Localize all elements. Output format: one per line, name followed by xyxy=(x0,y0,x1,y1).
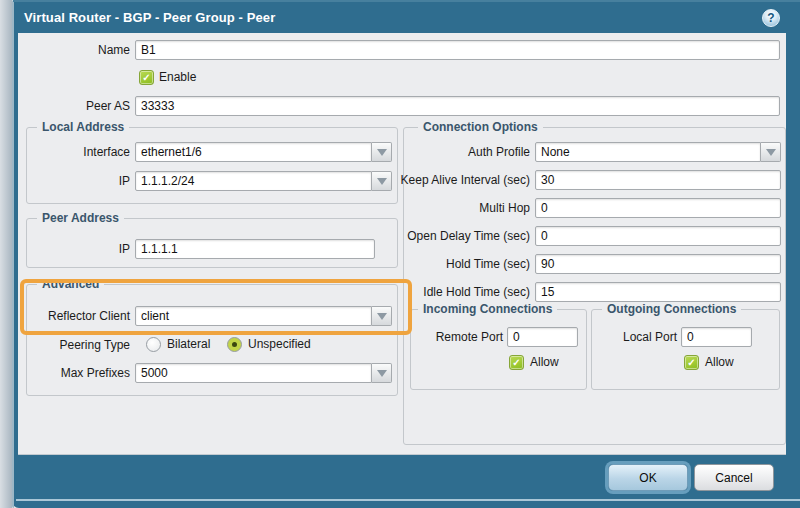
name-input[interactable] xyxy=(135,40,780,60)
dialog-title: Virtual Router - BGP - Peer Group - Peer xyxy=(24,10,275,25)
remote-port-input[interactable] xyxy=(507,327,578,347)
radio-dot-icon xyxy=(232,342,237,347)
max-prefixes-input[interactable] xyxy=(135,363,372,383)
multi-hop-input[interactable] xyxy=(535,198,781,218)
chevron-down-icon xyxy=(377,313,387,320)
remote-port-label: Remote Port xyxy=(416,327,503,347)
local-address-fieldset: Local Address xyxy=(26,127,398,204)
cancel-button[interactable]: Cancel xyxy=(694,464,774,491)
keep-alive-input[interactable] xyxy=(535,170,781,190)
auth-profile-dropdown-button[interactable] xyxy=(761,142,781,162)
bilateral-radio[interactable] xyxy=(146,337,161,352)
unspecified-label: Unspecified xyxy=(248,337,311,352)
outgoing-allow-label: Allow xyxy=(705,355,734,370)
check-icon: ✓ xyxy=(687,357,695,368)
chevron-down-icon xyxy=(766,149,776,156)
window-drop-shadow xyxy=(0,0,12,508)
hold-time-input[interactable] xyxy=(535,254,781,274)
check-icon: ✓ xyxy=(142,72,150,83)
idle-hold-label: Idle Hold Time (sec) xyxy=(300,282,530,302)
peer-as-label: Peer AS xyxy=(26,96,130,116)
auth-profile-label: Auth Profile xyxy=(300,142,530,162)
incoming-allow-label: Allow xyxy=(530,355,559,370)
max-prefixes-label: Max Prefixes xyxy=(26,363,130,383)
auth-profile-input[interactable] xyxy=(535,142,761,162)
interface-label: Interface xyxy=(26,142,130,162)
max-prefixes-dropdown-button[interactable] xyxy=(372,363,392,383)
reflector-client-dropdown[interactable] xyxy=(135,306,392,326)
local-address-legend: Local Address xyxy=(37,120,129,134)
bilateral-label: Bilateral xyxy=(167,337,210,352)
idle-hold-input[interactable] xyxy=(535,282,781,302)
peering-type-label: Peering Type xyxy=(26,335,130,355)
chevron-down-icon xyxy=(377,370,387,377)
connection-options-legend: Connection Options xyxy=(418,120,543,134)
ok-button[interactable]: OK xyxy=(608,464,688,491)
advanced-legend: Advanced xyxy=(37,277,104,291)
frame-highlight-left xyxy=(12,0,14,508)
peer-ip-label: IP xyxy=(26,239,130,259)
reflector-client-label: Reflector Client xyxy=(26,306,130,326)
open-delay-input[interactable] xyxy=(535,226,781,246)
unspecified-radio[interactable] xyxy=(227,337,242,352)
local-port-input[interactable] xyxy=(681,327,752,347)
outgoing-connections-fieldset: Outgoing Connections xyxy=(591,309,780,390)
local-port-label: Local Port xyxy=(595,327,677,347)
hold-time-label: Hold Time (sec) xyxy=(300,254,530,274)
incoming-connections-fieldset: Incoming Connections xyxy=(410,309,587,390)
max-prefixes-dropdown[interactable] xyxy=(135,363,392,383)
local-ip-label: IP xyxy=(26,171,130,191)
title-bar: Virtual Router - BGP - Peer Group - Peer… xyxy=(14,2,800,33)
check-icon: ✓ xyxy=(512,357,520,368)
open-delay-label: Open Delay Time (sec) xyxy=(300,226,530,246)
help-icon[interactable]: ? xyxy=(762,9,780,27)
peer-as-input[interactable] xyxy=(135,96,780,116)
dialog-window: Virtual Router - BGP - Peer Group - Peer… xyxy=(0,0,800,508)
enable-label: Enable xyxy=(159,70,196,85)
peer-address-legend: Peer Address xyxy=(37,211,124,225)
frame-bottom-highlight xyxy=(16,499,800,501)
reflector-client-dropdown-button[interactable] xyxy=(372,306,392,326)
outgoing-connections-legend: Outgoing Connections xyxy=(602,302,741,316)
dialog-content: Name ✓ Enable Peer AS Local Address Inte… xyxy=(18,33,786,455)
reflector-client-input[interactable] xyxy=(135,306,372,326)
keep-alive-label: Keep Alive Interval (sec) xyxy=(300,170,530,190)
name-label: Name xyxy=(26,40,130,60)
incoming-allow-checkbox[interactable]: ✓ xyxy=(509,355,524,370)
multi-hop-label: Multi Hop xyxy=(300,198,530,218)
outgoing-allow-checkbox[interactable]: ✓ xyxy=(684,355,699,370)
incoming-connections-legend: Incoming Connections xyxy=(418,302,557,316)
auth-profile-dropdown[interactable] xyxy=(535,142,781,162)
enable-checkbox[interactable]: ✓ xyxy=(139,70,154,85)
